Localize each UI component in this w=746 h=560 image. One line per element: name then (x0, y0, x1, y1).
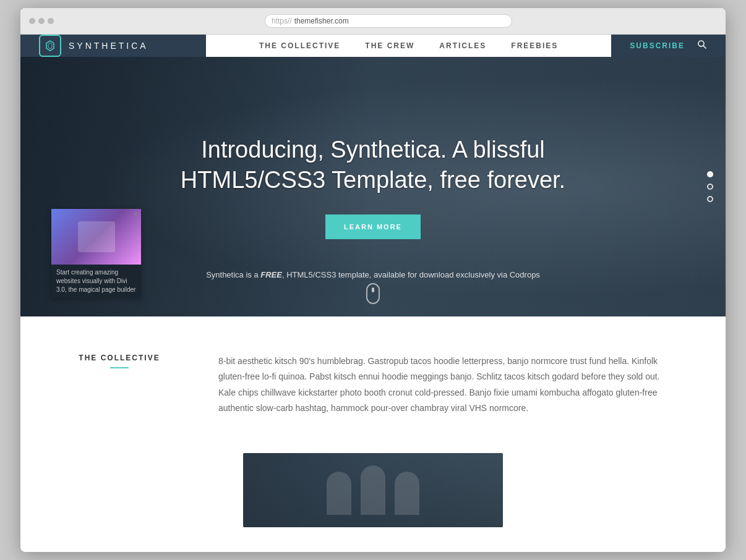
collective-body: 8-bit aesthetic kitsch 90's humblebrag. … (218, 354, 676, 416)
silhouette-3 (395, 472, 419, 515)
hero-subtitle-pre: Synthetica is a (206, 270, 260, 279)
silhouette-1 (327, 472, 351, 515)
hero-content: Introducing, Synthetica. A blissful HTML… (156, 135, 590, 239)
silhouette-2 (361, 465, 385, 515)
hero-subtitle-em: FREE (260, 270, 282, 279)
logo-icon (39, 35, 61, 57)
url-domain: themefisher.com (294, 17, 349, 25)
browser-dot-red (29, 18, 35, 24)
slide-dot-2[interactable] (707, 184, 713, 190)
ad-popup-image (51, 209, 141, 265)
collective-section: THE COLLECTIVE 8-bit aesthetic kitsch 90… (20, 316, 726, 453)
nav-articles[interactable]: ARTICLES (439, 41, 486, 50)
browser-chrome: https// themefisher.com (20, 8, 726, 35)
ad-popup-image-preview (78, 221, 115, 252)
browser-dot-green (48, 18, 54, 24)
svg-point-0 (698, 41, 704, 46)
preview-image-overlay (243, 453, 503, 527)
scroll-dot (372, 287, 374, 292)
learn-more-button[interactable]: LEARN MORE (325, 214, 421, 239)
bottom-preview (20, 453, 726, 552)
browser-dots (29, 18, 54, 24)
url-protocol: https// (272, 17, 292, 25)
ad-popup-close[interactable]: × (134, 210, 138, 219)
collective-label-area: THE COLLECTIVE (70, 354, 169, 368)
slide-dot-3[interactable] (707, 196, 713, 202)
ad-popup: × Start creating amazing websites visual… (51, 209, 141, 298)
nav-freebies[interactable]: FREEBIES (511, 41, 558, 50)
nav-the-crew[interactable]: THE CREW (365, 41, 414, 50)
ad-popup-text[interactable]: Start creating amazing websites visually… (51, 265, 141, 298)
browser-dot-yellow (38, 18, 45, 24)
browser-address-bar[interactable]: https// themefisher.com (265, 14, 512, 28)
svg-line-1 (703, 46, 706, 49)
browser-window: https// themefisher.com SYNTHETICA THE C… (20, 8, 726, 552)
search-icon[interactable] (697, 40, 707, 52)
site-header: SYNTHETICA THE COLLECTIVE THE CREW ARTIC… (20, 35, 726, 57)
preview-silhouettes (327, 465, 419, 515)
collective-label-underline (110, 367, 129, 368)
hero-section: × Start creating amazing websites visual… (20, 57, 726, 316)
hero-title: Introducing, Synthetica. A blissful HTML… (156, 135, 590, 196)
logo-text: SYNTHETICA (69, 41, 148, 51)
nav-the-collective[interactable]: THE COLLECTIVE (259, 41, 340, 50)
scroll-indicator (366, 283, 380, 304)
logo-area: SYNTHETICA (20, 35, 206, 57)
subscribe-button[interactable]: SUBSCRIBE (630, 41, 685, 50)
hero-subtitle-post: , HTML5/CSS3 template, available for dow… (282, 270, 540, 279)
slide-dots (707, 171, 713, 202)
collective-label: THE COLLECTIVE (70, 354, 169, 362)
subscribe-area: SUBSCRIBE (611, 35, 726, 57)
main-nav: THE COLLECTIVE THE CREW ARTICLES FREEBIE… (206, 35, 611, 57)
preview-image (243, 453, 503, 527)
slide-dot-1[interactable] (707, 171, 713, 177)
